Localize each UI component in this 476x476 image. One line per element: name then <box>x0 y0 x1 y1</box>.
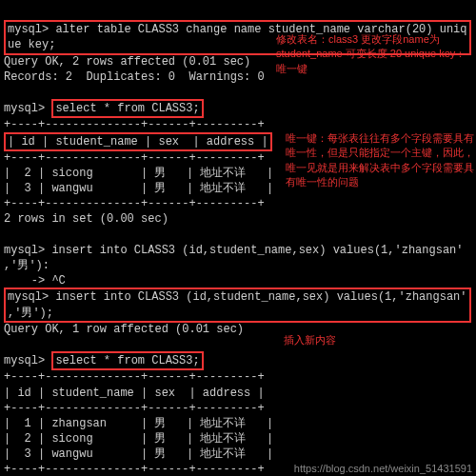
cancel-line: -> ^C <box>4 274 66 288</box>
table-row: | 3 | wangwu | 男 | 地址不详 | <box>4 447 273 461</box>
table-sep: +----+--------------+------+---------+ <box>4 118 265 131</box>
table-sep: +----+--------------+------+---------+ <box>4 151 265 165</box>
result-line: Records: 2 Duplicates: 0 Warnings: 0 <box>4 70 265 84</box>
prompt: mysql> <box>8 23 49 36</box>
cmd-insert: mysql> insert into CLASS3 (id,student_na… <box>4 288 471 322</box>
table-row: | 3 | wangwu | 男 | 地址不详 | <box>4 182 273 195</box>
prompt: mysql> <box>4 354 45 367</box>
table-header: | id | student_name | sex | address | <box>4 387 265 400</box>
annotation-2: 唯一键：每张表往往有多个字段需要具有唯一性，但是只能指定一个主键，因此，唯一见就… <box>286 131 476 190</box>
table-row: | 2 | sicong | 男 | 地址不详 | <box>4 167 273 180</box>
table-row: | 1 | zhangsan | 男 | 地址不详 | <box>4 417 273 430</box>
result-line: Query OK, 1 row affected (0.01 sec) <box>4 323 244 336</box>
result-line: 2 rows in set (0.00 sec) <box>4 212 169 226</box>
watermark: https://blog.csdn.net/weixin_51431591 <box>294 463 472 474</box>
cmd-select-1: select * from CLASS3; <box>51 99 203 118</box>
prompt: mysql> <box>4 244 45 257</box>
prompt: mysql> <box>8 290 49 304</box>
table-sep: +----+--------------+------+---------+ <box>4 463 265 476</box>
table-header: | id | student_name | sex | address | <box>4 132 272 151</box>
table-sep: +----+--------------+------+---------+ <box>4 197 265 210</box>
table-sep: +----+--------------+------+---------+ <box>4 370 265 384</box>
result-line: Query OK, 2 rows affected (0.01 sec) <box>4 55 250 69</box>
prompt: mysql> <box>4 102 45 115</box>
table-sep: +----+--------------+------+---------+ <box>4 402 265 415</box>
cmd-select-2: select * from CLASS3; <box>51 351 203 370</box>
annotation-3: 插入新内容 <box>284 333 426 347</box>
annotation-1: 修改表名：class3 更改字段name为 student_name 可变长度 … <box>276 32 466 76</box>
table-row: | 2 | sicong | 男 | 地址不详 | <box>4 432 273 446</box>
